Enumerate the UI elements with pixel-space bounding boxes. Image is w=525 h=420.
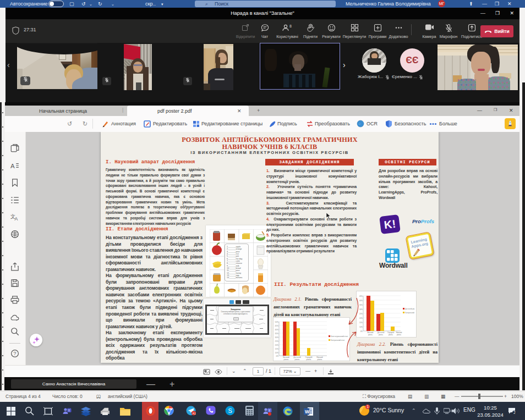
- svg-text:25%: 25%: [359, 313, 363, 315]
- svg-text:Контрольний етап: Контрольний етап: [331, 339, 344, 341]
- svg-text:15%: 15%: [359, 322, 363, 324]
- svg-text:10%: 10%: [275, 352, 279, 354]
- svg-text:10%: 10%: [359, 326, 363, 328]
- svg-text:рівень: рівень: [295, 358, 300, 361]
- svg-text:0%: 0%: [276, 355, 278, 357]
- svg-text:45%: 45%: [275, 325, 279, 327]
- svg-text:30%: 30%: [359, 308, 363, 311]
- svg-text:Достатній рів.: Достатній рів.: [405, 308, 415, 310]
- svg-text:?: ?: [13, 351, 16, 356]
- svg-text:A1: A1: [193, 412, 196, 415]
- svg-text:40%: 40%: [275, 329, 279, 331]
- svg-text:1: 1: [367, 405, 369, 408]
- svg-text:45%: 45%: [359, 295, 363, 297]
- svg-text:рівень: рівень: [389, 334, 393, 336]
- svg-text:A: A: [10, 163, 15, 169]
- svg-text:W: W: [305, 409, 310, 415]
- svg-text:Контрольний: Контрольний: [405, 312, 414, 314]
- svg-text:T: T: [269, 409, 271, 412]
- svg-text:рівень: рівень: [318, 358, 322, 361]
- svg-text:рівень: рівень: [368, 334, 373, 336]
- svg-text:8: 8: [289, 24, 292, 28]
- svg-text:S: S: [228, 407, 232, 414]
- svg-text:рівень: рівень: [307, 358, 311, 361]
- svg-text:Констатувальний етап: Констатувальний етап: [331, 335, 348, 338]
- svg-text:A: A: [14, 216, 18, 222]
- svg-text:рівень: рівень: [379, 334, 384, 336]
- svg-text:рівень: рівень: [397, 334, 402, 336]
- svg-text:35%: 35%: [359, 304, 363, 306]
- svg-text:2: 2: [513, 411, 516, 415]
- svg-text:35%: 35%: [275, 333, 279, 335]
- svg-text:30%: 30%: [275, 336, 279, 339]
- svg-text:25%: 25%: [275, 340, 279, 342]
- svg-text:0%: 0%: [360, 330, 363, 333]
- svg-text:20%: 20%: [275, 344, 279, 346]
- svg-text:⁘: ⁘: [358, 122, 361, 126]
- svg-text:15%: 15%: [275, 348, 279, 350]
- svg-text:40%: 40%: [359, 300, 363, 302]
- svg-text:50%: 50%: [275, 321, 279, 323]
- svg-text:20%: 20%: [359, 317, 363, 319]
- svg-text:рівень: рівень: [284, 358, 289, 361]
- svg-text:T: T: [68, 409, 70, 412]
